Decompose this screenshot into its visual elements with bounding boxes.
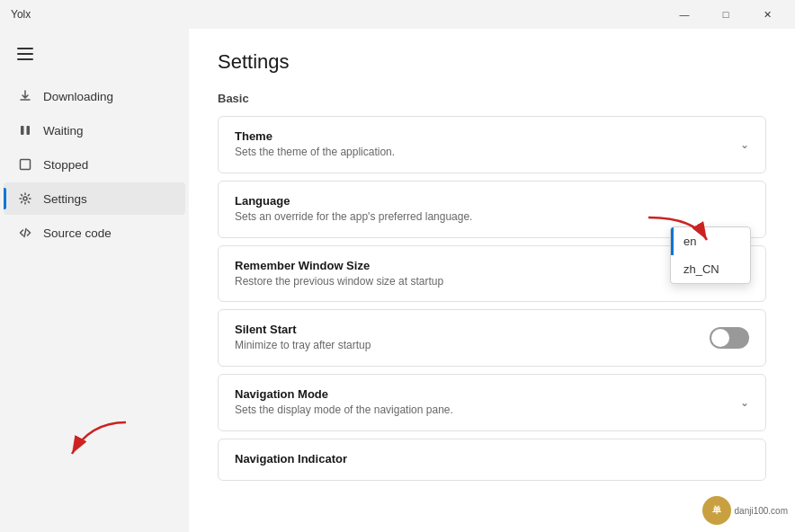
sidebar: Downloading Waiting S: [0, 29, 189, 532]
section-basic-title: Basic: [218, 92, 766, 105]
navigation-mode-desc: Sets the display mode of the navigation …: [235, 403, 726, 418]
navigation-mode-title: Navigation Mode: [235, 387, 726, 401]
sidebar-item-label-settings: Settings: [43, 192, 87, 206]
silent-start-toggle[interactable]: [710, 327, 749, 349]
theme-desc: Sets the theme of the application.: [235, 145, 726, 160]
lang-option-en[interactable]: en: [671, 227, 750, 255]
silent-start-desc: Minimize to tray after startup: [235, 338, 695, 353]
navigation-mode-chevron-icon: ⌄: [740, 396, 749, 409]
remember-window-size-title: Remember Window Size: [235, 259, 695, 272]
app-title: Yolx: [11, 8, 31, 21]
theme-chevron-icon: ⌄: [740, 138, 749, 151]
titlebar: Yolx — □ ✕: [0, 0, 795, 29]
svg-rect-1: [27, 126, 31, 135]
settings-item-silent-start: Silent Start Minimize to tray after star…: [218, 309, 766, 367]
sidebar-item-downloading[interactable]: Downloading: [4, 80, 185, 112]
minimize-button[interactable]: —: [664, 0, 705, 29]
close-button[interactable]: ✕: [746, 0, 788, 29]
window-controls: — □ ✕: [664, 0, 788, 29]
navigation-indicator-title: Navigation Indicator: [235, 452, 749, 466]
sidebar-nav: Downloading Waiting S: [0, 75, 189, 532]
language-desc: Sets an override for the app's preferred…: [235, 209, 749, 225]
settings-item-navigation-mode: Navigation Mode Sets the display mode of…: [218, 374, 766, 431]
settings-item-language: Language Sets an override for the app's …: [218, 181, 766, 238]
sidebar-item-label-stopped: Stopped: [43, 158, 88, 172]
settings-item-navigation-indicator: Navigation Indicator: [218, 439, 766, 481]
main-content: Settings Basic Theme Sets the theme of t…: [189, 29, 795, 532]
svg-rect-0: [21, 126, 24, 135]
silent-start-title: Silent Start: [235, 323, 695, 336]
language-dropdown[interactable]: en zh_CN: [670, 226, 751, 284]
sidebar-item-waiting[interactable]: Waiting: [4, 114, 185, 146]
gear-icon: [18, 191, 32, 206]
pause-icon: [18, 123, 32, 137]
hamburger-menu-button[interactable]: [7, 36, 43, 72]
code-icon: [18, 226, 32, 240]
toggle-thumb-silent: [711, 329, 729, 347]
app-body: Downloading Waiting S: [0, 29, 795, 532]
watermark: 单 danji100.com: [702, 496, 788, 525]
download-icon: [18, 89, 32, 103]
svg-rect-2: [21, 160, 31, 170]
language-title: Language: [235, 194, 749, 208]
sidebar-item-label-source-code: Source code: [43, 226, 112, 240]
watermark-text: danji100.com: [735, 506, 788, 516]
sidebar-item-label-downloading: Downloading: [43, 90, 113, 103]
theme-title: Theme: [235, 129, 726, 143]
watermark-logo: 单: [702, 496, 731, 525]
sidebar-item-stopped[interactable]: Stopped: [4, 148, 185, 181]
sidebar-item-label-waiting: Waiting: [43, 124, 84, 137]
svg-point-3: [23, 197, 27, 200]
hamburger-icon: [17, 48, 33, 60]
sidebar-item-source-code[interactable]: Source code: [4, 217, 185, 249]
remember-window-size-desc: Restore the previous window size at star…: [235, 274, 695, 289]
sidebar-item-settings[interactable]: Settings: [4, 182, 185, 215]
page-title: Settings: [218, 50, 766, 74]
stop-icon: [18, 157, 32, 172]
lang-option-zh-cn[interactable]: zh_CN: [671, 255, 750, 283]
maximize-button[interactable]: □: [705, 0, 746, 29]
settings-item-theme: Theme Sets the theme of the application.…: [218, 116, 766, 173]
